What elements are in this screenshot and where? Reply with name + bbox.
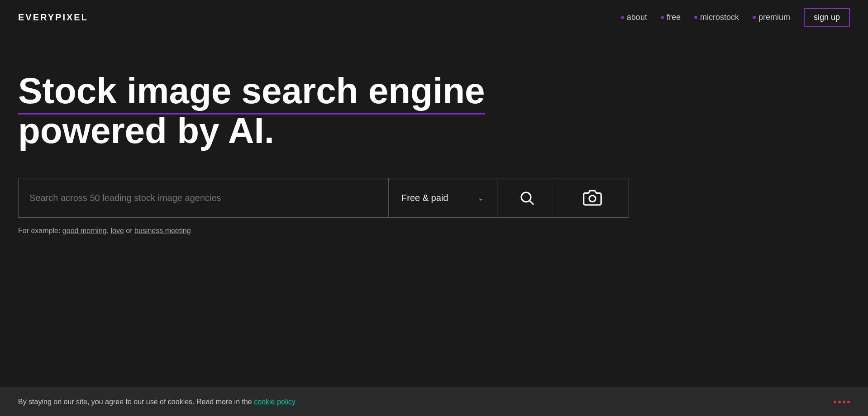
example-link-business-meeting[interactable]: business meeting	[134, 227, 191, 234]
header: EVERYPIXEL about free microstock premium…	[0, 0, 868, 35]
cookie-dot-3	[843, 401, 845, 403]
cookie-dot-1	[834, 401, 836, 403]
navigation: about free microstock premium sign up	[621, 8, 850, 27]
search-icon	[519, 190, 535, 206]
cookie-dot-4	[847, 401, 850, 403]
cookie-policy-link[interactable]: cookie policy	[254, 398, 296, 406]
nav-item-premium[interactable]: premium	[753, 13, 790, 22]
search-input-wrapper	[19, 178, 389, 217]
nav-dot-free	[661, 16, 664, 19]
cookie-text-wrapper: By staying on our site, you agree to our…	[18, 398, 296, 406]
nav-dot-premium	[753, 16, 756, 19]
nav-item-microstock[interactable]: microstock	[694, 13, 739, 22]
logo: EVERYPIXEL	[18, 12, 88, 23]
cookie-text: By staying on our site, you agree to our…	[18, 398, 296, 406]
camera-icon	[583, 188, 602, 207]
search-button[interactable]	[497, 178, 556, 217]
hero-title-line2: powered by AI.	[18, 110, 274, 151]
search-bar: Free & paid ⌄	[18, 178, 629, 218]
hero-title: Stock image search engine powered by AI.	[18, 71, 525, 151]
examples-text: For example: good morning, love or busin…	[18, 227, 525, 235]
nav-dot-microstock	[694, 16, 697, 19]
search-input[interactable]	[29, 193, 377, 203]
camera-search-button[interactable]	[556, 178, 629, 217]
signup-button[interactable]: sign up	[804, 8, 850, 27]
nav-item-free[interactable]: free	[661, 13, 681, 22]
chevron-down-icon: ⌄	[477, 193, 484, 203]
filter-label: Free & paid	[401, 193, 448, 203]
nav-dot-about	[621, 16, 624, 19]
cookie-dot-2	[838, 401, 841, 403]
hero-title-line1: Stock image search engine	[18, 71, 485, 115]
filter-dropdown[interactable]: Free & paid ⌄	[389, 178, 497, 217]
cookie-banner: By staying on our site, you agree to our…	[0, 387, 868, 416]
nav-item-about[interactable]: about	[621, 13, 647, 22]
svg-point-2	[589, 196, 596, 202]
svg-point-0	[521, 192, 531, 202]
main-content: Stock image search engine powered by AI.…	[0, 35, 543, 253]
cookie-dots-decoration	[834, 401, 850, 403]
svg-line-1	[529, 201, 533, 205]
example-link-good-morning[interactable]: good morning	[62, 227, 107, 234]
example-link-love[interactable]: love	[111, 227, 124, 234]
